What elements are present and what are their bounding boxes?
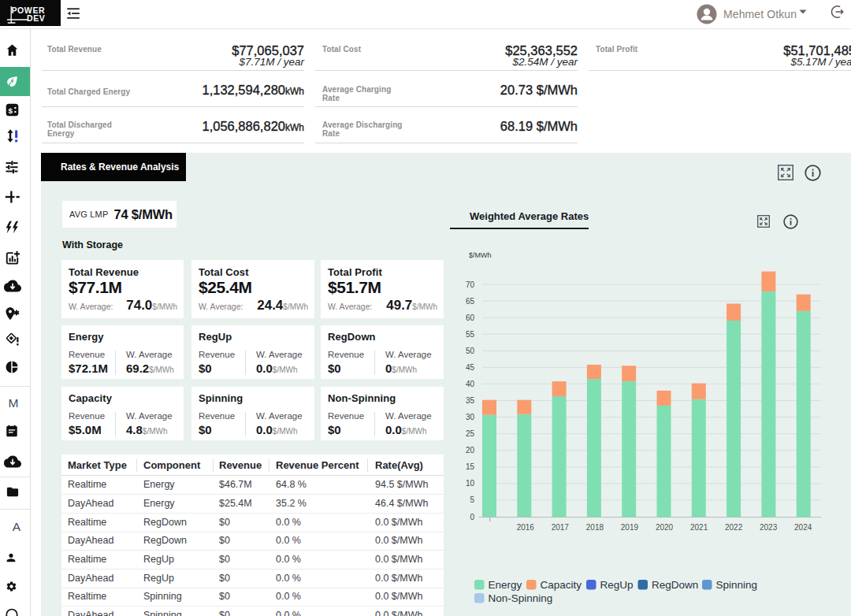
svg-text:65: 65 [466, 297, 475, 306]
svg-text:2017: 2017 [552, 523, 570, 532]
svg-text:Energy: Energy [489, 579, 522, 591]
svg-text:40: 40 [466, 380, 475, 388]
svg-text:2021: 2021 [690, 523, 708, 532]
svg-text:Spinning: Spinning [716, 579, 758, 591]
svg-text:RegDown: RegDown [652, 579, 698, 591]
svg-text:60: 60 [466, 314, 475, 322]
svg-text:DEV: DEV [27, 13, 45, 23]
svg-text:45: 45 [466, 363, 475, 372]
svg-text:2018: 2018 [586, 523, 604, 532]
svg-text:Capacity: Capacity [541, 579, 582, 591]
svg-text:50: 50 [466, 347, 475, 355]
svg-text:15: 15 [466, 462, 475, 471]
svg-text:25: 25 [466, 429, 475, 438]
svg-text:20: 20 [466, 446, 475, 455]
svg-text:$/MWh: $/MWh [469, 251, 492, 259]
svg-text:2016: 2016 [517, 523, 535, 532]
svg-text:55: 55 [466, 330, 475, 339]
svg-text:35: 35 [466, 396, 475, 405]
svg-text:2023: 2023 [760, 523, 778, 532]
svg-text:Non-Spinning: Non-Spinning [489, 592, 553, 604]
svg-text:70: 70 [466, 280, 475, 289]
svg-text:2022: 2022 [725, 523, 743, 532]
svg-text:RegUp: RegUp [600, 579, 634, 591]
svg-text:0: 0 [470, 513, 474, 521]
svg-text:2024: 2024 [794, 523, 812, 532]
svg-text:2020: 2020 [656, 523, 674, 532]
svg-text:$: $ [9, 106, 13, 114]
svg-text:5: 5 [470, 495, 474, 504]
svg-text:10: 10 [466, 479, 475, 488]
svg-text:2019: 2019 [621, 523, 639, 532]
svg-text:30: 30 [466, 413, 475, 421]
